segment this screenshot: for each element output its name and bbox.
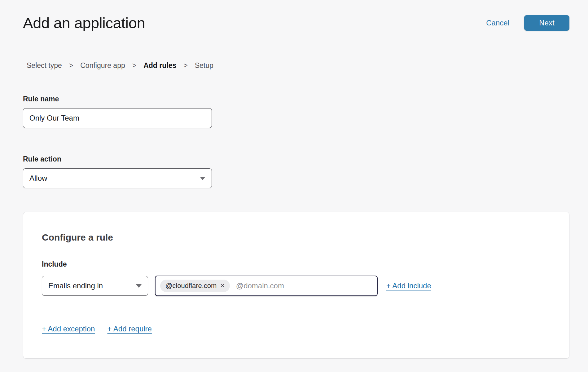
domain-input[interactable] [236,281,373,290]
include-label: Include [42,260,551,268]
include-criteria-select[interactable]: Emails ending in [42,276,148,296]
rule-name-input[interactable] [23,108,212,128]
breadcrumb-separator: > [132,61,136,70]
breadcrumb: Select type > Configure app > Add rules … [27,61,569,70]
email-domain-tag-input[interactable]: @cloudflare.com ✕ [155,276,378,296]
chevron-down-icon [136,284,142,288]
page-header: Add an application Cancel Next [23,14,569,32]
cancel-button[interactable]: Cancel [486,19,509,27]
add-exception-link[interactable]: + Add exception [42,325,95,333]
configure-rule-card: Configure a rule Include Emails ending i… [23,212,569,359]
rule-action-select[interactable]: Allow [23,168,212,188]
breadcrumb-separator: > [183,61,187,70]
rule-action-value: Allow [29,174,47,183]
breadcrumb-step-setup[interactable]: Setup [195,61,213,70]
breadcrumb-step-add-rules[interactable]: Add rules [143,61,176,70]
breadcrumb-step-select-type[interactable]: Select type [27,61,62,70]
page-title: Add an application [23,14,145,32]
add-require-link[interactable]: + Add require [107,325,151,333]
remove-tag-icon[interactable]: ✕ [220,283,224,288]
breadcrumb-step-configure-app[interactable]: Configure app [80,61,125,70]
tag-label: @cloudflare.com [165,282,217,290]
rule-extra-links: + Add exception + Add require [42,325,551,333]
chevron-down-icon [200,177,205,180]
email-domain-tag: @cloudflare.com ✕ [160,280,230,292]
add-application-page: Add an application Cancel Next Select ty… [0,0,588,372]
include-rule-row: Emails ending in @cloudflare.com ✕ + Add… [42,276,551,296]
add-include-link[interactable]: + Add include [386,281,431,290]
card-title: Configure a rule [42,232,551,243]
rule-name-label: Rule name [23,95,569,103]
rule-action-label: Rule action [23,155,569,163]
breadcrumb-separator: > [69,61,73,70]
next-button[interactable]: Next [524,15,569,31]
include-criteria-value: Emails ending in [48,281,103,290]
header-actions: Cancel Next [486,15,569,31]
